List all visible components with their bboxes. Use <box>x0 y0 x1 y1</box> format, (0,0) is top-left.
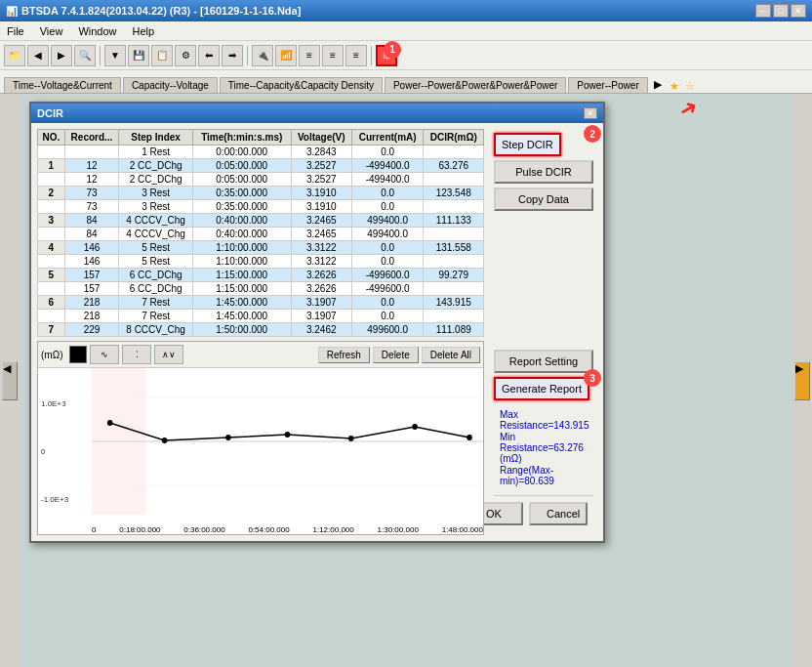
tabs-scroll-right[interactable]: ▶ <box>650 76 666 93</box>
right-sidebar: ▶ <box>792 94 812 667</box>
tb-open[interactable]: 📁 <box>4 45 25 66</box>
tab-time-capacity[interactable]: Time--Capacity&Capacity Density <box>220 77 383 93</box>
cell-time: 0:00:00.000 <box>192 146 291 159</box>
cell-step: 7 Rest <box>119 296 193 310</box>
tab-power2[interactable]: Power--Power <box>568 77 647 93</box>
minimize-button[interactable]: ─ <box>755 4 771 18</box>
menu-file[interactable]: File <box>4 24 27 38</box>
cell-step: 6 CC_DChg <box>119 282 193 296</box>
cell-step: 1 Rest <box>119 146 193 159</box>
right-scroll-tab[interactable]: ▶ <box>794 361 810 400</box>
cell-voltage: 3.2465 <box>291 214 351 228</box>
tab-star-2[interactable]: ☆ <box>683 80 697 93</box>
cancel-button[interactable]: Cancel <box>529 502 588 525</box>
dialog-bottom-buttons: OK Cancel <box>494 495 593 531</box>
copy-data-button[interactable]: Copy Data <box>494 188 593 211</box>
table-row: 3 84 4 CCCV_Chg 0:40:00.000 3.2465 49940… <box>38 214 484 228</box>
restore-button[interactable]: □ <box>773 4 789 18</box>
step-dcir-button[interactable]: Step DCIR <box>494 133 561 156</box>
cell-time: 1:10:00.000 <box>192 255 291 269</box>
x-tick-4: 1:12:00.000 <box>313 525 354 534</box>
tb-nav-right[interactable]: ➡ <box>222 45 243 66</box>
cell-current: 0.0 <box>351 187 424 200</box>
cell-time: 0:35:00.000 <box>192 200 291 214</box>
table-row: 4 146 5 Rest 1:10:00.000 3.3122 0.0 131.… <box>38 241 484 255</box>
table-row: 84 4 CCCV_Chg 0:40:00.000 3.2465 499400.… <box>38 228 484 241</box>
y-tick-bottom: -1.0E+3 <box>41 495 68 504</box>
tb-copy[interactable]: 📋 <box>151 45 173 66</box>
cell-voltage: 3.3122 <box>291 255 351 269</box>
scatter-chart-icon[interactable]: ⁚ <box>122 345 151 364</box>
cell-no <box>38 255 65 269</box>
menu-window[interactable]: Window <box>75 24 119 38</box>
menu-view[interactable]: View <box>37 24 66 38</box>
menu-help[interactable]: Help <box>130 24 158 38</box>
cell-current: -499400.0 <box>351 159 424 173</box>
cell-no <box>38 200 65 214</box>
tab-power1[interactable]: Power--Power&Power&Power&Power <box>385 77 566 93</box>
step-dcir-wrapper: Step DCIR 2 <box>494 133 593 156</box>
svg-point-9 <box>412 424 418 430</box>
data-table: NO. Record... Step Index Time(h:min:s.ms… <box>37 129 484 337</box>
table-row: 1 12 2 CC_DChg 0:05:00.000 3.2527 -49940… <box>38 159 484 173</box>
cell-dcir: 111.089 <box>424 323 484 337</box>
table-row: 1 Rest 0:00:00.000 3.2843 0.0 <box>38 146 484 159</box>
tb-connect[interactable]: 🔌 <box>252 45 273 66</box>
chart-area: 1.0E+3 0 -1.0E+3 <box>38 368 483 534</box>
table-row: 5 157 6 CC_DChg 1:15:00.000 3.2626 -4996… <box>38 269 484 282</box>
dcir-close-button[interactable]: ✕ <box>584 107 597 119</box>
cell-time: 1:10:00.000 <box>192 241 291 255</box>
cell-time: 1:45:00.000 <box>192 310 291 323</box>
chart-toolbar: (mΩ) ∿ ⁚ ∧∨ Refresh Delete Delete All <box>38 342 483 368</box>
col-voltage: Voltage(V) <box>291 130 351 146</box>
cell-voltage: 3.1907 <box>291 310 351 323</box>
cell-step: 2 CC_DChg <box>119 159 193 173</box>
tb-back[interactable]: ◀ <box>27 45 49 66</box>
tb-extra2[interactable]: ≡ <box>322 45 344 66</box>
tb-save[interactable]: 💾 <box>128 45 149 66</box>
cell-record: 146 <box>64 255 119 269</box>
cell-dcir <box>424 173 484 187</box>
window-controls: ─ □ ✕ <box>755 4 806 18</box>
dcir-right-panel: Step DCIR 2 Pulse DCIR Copy Data Report … <box>490 129 597 535</box>
cell-dcir <box>424 255 484 269</box>
delete-all-button[interactable]: Delete All <box>422 347 480 363</box>
cell-record: 73 <box>64 187 119 200</box>
y-tick-top: 1.0E+3 <box>41 399 68 408</box>
color-swatch[interactable] <box>69 346 87 363</box>
line-chart-icon[interactable]: ∿ <box>90 345 119 364</box>
tab-capacity-voltage[interactable]: Capacity--Voltage <box>123 77 218 93</box>
tb-filter[interactable]: ▼ <box>104 45 126 66</box>
cell-record: 218 <box>64 310 119 323</box>
main-area: ➜ DCIR ✕ NO. Record... Step Index Time(h… <box>0 94 812 667</box>
area-chart-icon[interactable]: ∧∨ <box>154 345 183 364</box>
refresh-button[interactable]: Refresh <box>318 347 370 363</box>
tb-zoom[interactable]: 🔍 <box>74 45 96 66</box>
svg-point-4 <box>107 420 113 426</box>
tb-settings[interactable]: ⚙ <box>175 45 196 66</box>
tb-signal[interactable]: 📶 <box>275 45 297 66</box>
cell-current: 0.0 <box>351 310 424 323</box>
cell-step: 4 CCCV_Chg <box>119 228 193 241</box>
tb-highlighted-button[interactable]: ⊞ 1 <box>376 45 397 66</box>
tab-time-voltage[interactable]: Time--Voltage&Current <box>4 77 121 93</box>
tab-star-1[interactable]: ★ <box>668 80 681 93</box>
stat-range: Range(Max-min)=80.639 <box>500 465 588 486</box>
delete-button[interactable]: Delete <box>373 347 419 363</box>
report-setting-button[interactable]: Report Setting <box>494 350 593 373</box>
left-scroll-tab[interactable]: ◀ <box>2 361 18 400</box>
pulse-dcir-button[interactable]: Pulse DCIR <box>494 160 593 184</box>
cell-dcir <box>424 146 484 159</box>
tb-nav-left[interactable]: ⬅ <box>198 45 220 66</box>
cell-time: 0:40:00.000 <box>192 228 291 241</box>
table-row: 146 5 Rest 1:10:00.000 3.3122 0.0 <box>38 255 484 269</box>
cell-no: 2 <box>38 187 65 200</box>
tb-extra3[interactable]: ≡ <box>345 45 367 66</box>
generate-report-button[interactable]: Generate Report <box>494 377 589 400</box>
tb-extra1[interactable]: ≡ <box>299 45 320 66</box>
close-button[interactable]: ✕ <box>791 4 806 18</box>
cell-record <box>64 146 119 159</box>
cell-dcir <box>424 310 484 323</box>
tb-forward[interactable]: ▶ <box>51 45 72 66</box>
col-step: Step Index <box>119 130 193 146</box>
